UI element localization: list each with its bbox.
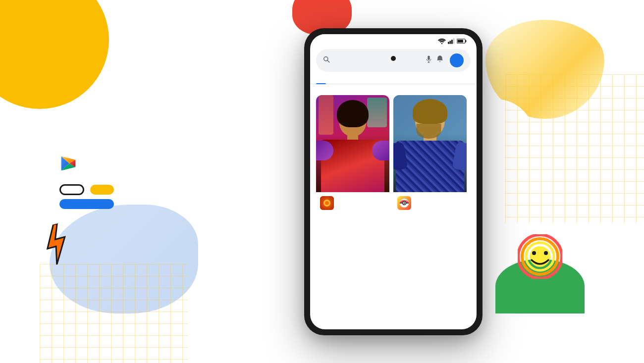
cards-row xyxy=(316,95,471,214)
search-icon xyxy=(323,56,330,65)
svg-point-20 xyxy=(404,202,405,204)
card-2-image xyxy=(393,95,467,192)
bg-yellow-circle xyxy=(0,0,109,109)
the-pill xyxy=(59,184,84,195)
play-pill xyxy=(90,185,114,195)
report-pill xyxy=(59,199,114,209)
user-avatar[interactable] xyxy=(450,53,464,67)
tab-new[interactable] xyxy=(346,76,356,84)
card-1[interactable] xyxy=(316,95,389,214)
status-bar xyxy=(310,34,477,46)
left-branding xyxy=(59,155,114,209)
green-hill xyxy=(495,259,585,313)
nav-tabs xyxy=(310,76,477,84)
svg-rect-11 xyxy=(428,55,429,60)
mic-icon[interactable] xyxy=(426,55,432,65)
svg-point-16 xyxy=(325,201,329,205)
svg-point-1 xyxy=(441,43,443,44)
play-store-icon xyxy=(59,155,77,172)
svg-rect-7 xyxy=(465,40,466,42)
svg-rect-5 xyxy=(453,38,455,44)
smiley-face-icon xyxy=(518,234,562,279)
phone-screen xyxy=(310,34,477,329)
wifi-icon xyxy=(438,38,446,44)
title-row1 xyxy=(59,184,114,195)
pokemon-go-icon xyxy=(397,196,411,210)
tab-top-charts[interactable] xyxy=(326,76,336,84)
svg-rect-8 xyxy=(457,40,463,43)
svg-line-10 xyxy=(327,60,329,62)
google-play-logo xyxy=(59,155,82,172)
camera-dot xyxy=(391,56,396,61)
svg-rect-2 xyxy=(448,42,449,44)
card-2-bottom xyxy=(393,192,467,214)
bell-icon[interactable] xyxy=(436,55,444,65)
fireball-app-icon xyxy=(320,196,334,210)
svg-rect-4 xyxy=(451,40,453,44)
tab-premium[interactable] xyxy=(356,76,366,84)
bg-grid-right xyxy=(505,74,644,223)
signal-icon xyxy=(448,38,455,44)
phone-mockup-container xyxy=(304,28,483,335)
title-group xyxy=(59,184,114,209)
card-1-image xyxy=(316,95,389,192)
phone-device xyxy=(304,28,483,335)
pokemon-app-icon xyxy=(399,198,409,208)
card-2[interactable] xyxy=(393,95,467,214)
status-icons xyxy=(438,38,467,44)
svg-point-26 xyxy=(544,251,548,255)
card-1-bottom xyxy=(316,192,389,214)
svg-rect-3 xyxy=(450,41,451,44)
battery-icon xyxy=(457,38,467,44)
bg-grid-bottom-left xyxy=(40,264,188,363)
fireball-wizard-icon xyxy=(320,196,334,210)
smiley-decoration xyxy=(495,259,585,313)
svg-point-25 xyxy=(532,251,536,255)
tab-for-you[interactable] xyxy=(316,76,326,84)
tab-kids[interactable] xyxy=(336,76,346,84)
play-content xyxy=(310,84,477,329)
